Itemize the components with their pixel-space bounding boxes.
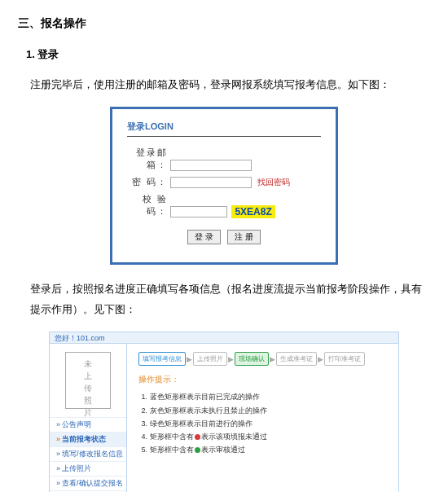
bullet-icon: » <box>56 479 60 487</box>
progress-intro-paragraph: 登录后，按照报名进度正确填写各项信息（报名进度流提示当前报考阶段操作，具有提示作… <box>30 279 430 319</box>
arrow-icon: ▶ <box>318 355 323 363</box>
login-screenshot: 登录LOGIN 登录邮箱： 密 码： 找回密码 校 验 码： 5XEA8Z 登 … <box>18 107 430 265</box>
login-title: 登录LOGIN <box>127 121 321 133</box>
progress-left-column: 未 上 传 照 片 »公告声明»当前报考状态»填写/修改报名信息»上传照片»查看… <box>50 344 127 492</box>
sidebar-item[interactable]: »公告声明 <box>50 417 126 432</box>
tips-title: 操作提示： <box>138 374 390 385</box>
progress-step: 现场确认 <box>235 352 269 366</box>
bullet-icon: » <box>56 450 60 458</box>
tip-item: 矩形框中含有表示审核通过 <box>142 443 390 456</box>
progress-steps: 填写报考信息▶上传照片▶现场确认▶生成准考证▶打印准考证 <box>138 352 390 366</box>
progress-right-column: 填写报考信息▶上传照片▶现场确认▶生成准考证▶打印准考证 操作提示： 蓝色矩形框… <box>127 344 398 492</box>
arrow-icon: ▶ <box>228 355 234 363</box>
green-dot-icon <box>195 447 200 453</box>
photo-placeholder: 未 上 传 照 片 <box>65 352 111 409</box>
tips-list: 蓝色矩形框表示目前已完成的操作灰色矩形框表示未执行且禁止的操作绿色矩形框表示目前… <box>138 390 390 456</box>
captcha-input[interactable] <box>170 206 227 217</box>
progress-step: 上传照片 <box>193 352 227 366</box>
progress-step: 打印准考证 <box>324 352 365 366</box>
sidebar-item[interactable]: »上传照片 <box>50 461 126 476</box>
bullet-icon: » <box>56 464 60 472</box>
password-label: 密 码： <box>127 176 168 188</box>
arrow-icon: ▶ <box>270 355 275 363</box>
progress-step: 生成准考证 <box>276 352 317 366</box>
login-intro-paragraph: 注册完毕后，使用注册的邮箱及密码，登录网报系统填写报考信息。如下图： <box>30 75 430 95</box>
login-separator <box>127 136 321 137</box>
progress-screenshot: 您好！101.com 未 上 传 照 片 »公告声明»当前报考状态»填写/修改报… <box>18 331 430 492</box>
tip-item: 矩形框中含有表示该项填报未通过 <box>142 430 390 443</box>
tip-item: 灰色矩形框表示未执行且禁止的操作 <box>142 404 390 417</box>
email-label: 登录邮箱： <box>127 147 168 171</box>
register-button[interactable]: 注 册 <box>227 230 261 244</box>
captcha-label: 校 验 码： <box>127 193 168 217</box>
sidebar-item[interactable]: »查看/确认提交报名 <box>50 476 126 490</box>
progress-step: 填写报考信息 <box>138 352 186 366</box>
tip-item: 蓝色矩形框表示目前已完成的操作 <box>142 390 390 403</box>
captcha-image: 5XEA8Z <box>231 205 275 218</box>
progress-panel: 您好！101.com 未 上 传 照 片 »公告声明»当前报考状态»填写/修改报… <box>49 332 399 492</box>
arrow-icon: ▶ <box>187 355 192 363</box>
red-dot-icon <box>195 434 200 440</box>
bullet-icon: » <box>56 420 60 428</box>
section-title: 三、报名操作 <box>18 16 430 31</box>
sidebar-item[interactable]: »填写/修改报名信息 <box>50 446 126 461</box>
forgot-password-link[interactable]: 找回密码 <box>257 178 290 187</box>
login-panel: 登录LOGIN 登录邮箱： 密 码： 找回密码 校 验 码： 5XEA8Z 登 … <box>110 107 338 265</box>
password-input[interactable] <box>170 177 252 188</box>
login-button[interactable]: 登 录 <box>187 230 221 244</box>
bullet-icon: » <box>56 435 60 443</box>
progress-topbar: 您好！101.com <box>50 332 398 344</box>
email-input[interactable] <box>170 160 252 171</box>
tip-item: 绿色矩形框表示目前进行的操作 <box>142 417 390 430</box>
sidebar-item[interactable]: »当前报考状态 <box>50 432 126 446</box>
sub-title: 1. 登录 <box>26 47 430 62</box>
